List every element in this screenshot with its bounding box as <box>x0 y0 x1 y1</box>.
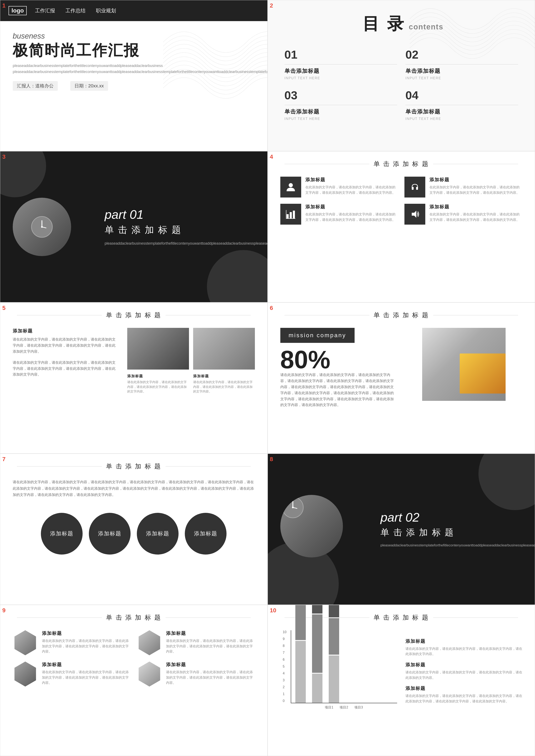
contents-item-1: 01 单击添加标题 INPUT TEXT HERE <box>285 48 397 80</box>
img-placeholder-8 <box>280 495 343 557</box>
hex-1 <box>13 630 38 655</box>
slide10-title[interactable]: 单 击 添 加 标 题 <box>374 613 429 622</box>
caption-text-2: 请在此添加的文字内容，请在此添加的文字内容，请在此添加的文字内容，请在此添加的文… <box>193 380 255 394</box>
slide-num-9: 9 <box>2 607 6 614</box>
circle-2[interactable]: 添加标题 <box>89 513 130 554</box>
slide9-title[interactable]: 单 击 添 加 标 题 <box>106 613 161 622</box>
bar-group-2 <box>312 605 323 703</box>
svg-point-14 <box>292 507 294 508</box>
slide-num-4: 4 <box>270 154 273 160</box>
item-num-1: 01 <box>285 48 397 61</box>
text-item-2: 添加标题 请在此添加的文字内容，请在此添加的文字内容，请在此添加的文字内容，请在… <box>406 662 522 680</box>
person-icon-box <box>280 177 301 198</box>
circle-1[interactable]: 添加标题 <box>41 513 83 554</box>
caption-text-1: 请在此添加的文字内容，请在此添加的文字内容，请在此添加的文字内容，请在此添加的文… <box>127 380 189 394</box>
circle-topleft <box>0 151 46 197</box>
x-axis-labels: 项目1 项目2 项目3 <box>291 703 397 712</box>
slide8-subtitle[interactable]: 单 击 添 加 标 题 <box>380 527 522 538</box>
nav-item-2[interactable]: 工作总结 <box>66 7 86 14</box>
chart-icon-box <box>280 204 301 225</box>
nav: 工作汇报 工作总结 职业规划 <box>35 7 116 14</box>
slide10-right: 添加标题 请在此添加的文字内容，请在此添加的文字内容，请在此添加的文字内容，请在… <box>406 630 522 712</box>
person-icon <box>286 182 296 192</box>
s9-item-4: 添加标题 请在此添加的文字内容，请在此添加的文字内容，请在此添加的文字内容，请在… <box>137 661 255 686</box>
img-placeholder-2 <box>193 328 255 370</box>
circle-3[interactable]: 添加标题 <box>137 513 179 554</box>
slide-10: 10 单 击 添 加 标 题 10 9 8 7 6 5 <box>268 605 535 756</box>
icon-text-2: 添加标题 在此添加的文字内容，请在此添加的文字内容，请在此添加的文字内容，请在此… <box>430 177 522 195</box>
mission-box: mission company <box>280 328 354 343</box>
circle-4[interactable]: 添加标题 <box>185 513 227 554</box>
percent-display: 80% <box>280 347 397 372</box>
svg-rect-7 <box>293 210 295 218</box>
s9-text-4: 添加标题 请在此添加的文字内容，请在此添加的文字内容，请在此添加的文字内容，请在… <box>166 661 255 686</box>
main-title: 极简时尚工作汇报 <box>13 42 255 59</box>
part-label: part 01 <box>105 207 251 221</box>
slide-8: 8 part 02 单 击 添 加 标 题 pleaseaddaclearbus… <box>268 454 535 605</box>
chart-area: 10 9 8 7 6 5 4 3 2 1 0 <box>280 630 397 712</box>
svg-rect-6 <box>290 212 292 218</box>
volume-icon-box <box>405 204 425 225</box>
clock-icon <box>29 214 54 239</box>
slide4-title[interactable]: 单 击 添 加 标 题 <box>374 160 429 168</box>
contents-item-4: 04 单击添加标题 INPUT TEXT HERE <box>406 88 518 121</box>
text-item-1: 添加标题 请在此添加的文字内容，请在此添加的文字内容，请在此添加的文字内容，请在… <box>406 638 522 657</box>
s9-item-1: 添加标题 请在此添加的文字内容，请在此添加的文字内容，请在此添加的文字内容，请在… <box>13 630 130 655</box>
slide-6: 6 单 击 添 加 标 题 mission company 80% 请在此添加的… <box>268 302 535 454</box>
s9-text-3: 添加标题 请在此添加的文字内容，请在此添加的文字内容，请在此添加的文字内容，请在… <box>42 661 130 686</box>
slide-4: 4 单 击 添 加 标 题 添加标题 在此添加的文字内容，请在此添加的文字内容，… <box>268 151 535 302</box>
slide-num-1: 1 <box>2 2 6 9</box>
nav-item-1[interactable]: 工作汇报 <box>35 7 55 14</box>
svg-marker-10 <box>412 210 416 218</box>
slide3-desc: pleaseaddaclearbusinesstemplateforthefit… <box>105 240 251 246</box>
slide6-title[interactable]: 单 击 添 加 标 题 <box>374 311 429 320</box>
item-label-4[interactable]: 单击添加标题 <box>406 108 518 115</box>
caption-block-2: 添加标题 请在此添加的文字内容，请在此添加的文字内容，请在此添加的文字内容，请在… <box>193 374 255 394</box>
slide5-left: 添加标题 请在此添加的文字内容，请在此添加的文字内容，请在此添加的文字内容，请在… <box>13 328 119 394</box>
eng-title: buseness <box>13 32 255 41</box>
icon-text-3: 添加标题 在此添加的文字内容，请在此添加的文字内容，请在此添加的文字内容，请在此… <box>305 204 398 222</box>
s9-text-1: 添加标题 请在此添加的文字内容，请在此添加的文字内容，请在此添加的文字内容，请在… <box>42 630 130 654</box>
item-label-2[interactable]: 单击添加标题 <box>406 67 518 75</box>
circle-bottomright <box>207 250 268 302</box>
slide3-image <box>13 198 71 256</box>
slide9-header: 单 击 添 加 标 题 <box>0 605 268 626</box>
bar-group-1 <box>296 605 306 703</box>
left-text2: 请在此添加的文字内容，请在此添加的文字内容，请在此添加的文字内容，请在此添加的文… <box>13 360 119 378</box>
nav-item-3[interactable]: 职业规划 <box>96 7 116 14</box>
slide-1: 1 logo 工作汇报 工作总结 职业规划 <box>0 0 268 151</box>
item-sub-2: INPUT TEXT HERE <box>406 76 518 80</box>
slide-num-6: 6 <box>270 305 273 311</box>
slide9-grid: 添加标题 请在此添加的文字内容，请在此添加的文字内容，请在此添加的文字内容，请在… <box>0 626 268 691</box>
item-label-1[interactable]: 单击添加标题 <box>285 67 397 75</box>
logo: logo <box>9 6 27 15</box>
slide10-body: 10 9 8 7 6 5 4 3 2 1 0 <box>268 626 535 716</box>
slide10-header: 单 击 添 加 标 题 <box>268 605 535 626</box>
slide5-title[interactable]: 单 击 添 加 标 题 <box>106 311 161 320</box>
slide7-title[interactable]: 单 击 添 加 标 题 <box>106 462 161 471</box>
slide-3: 3 part 01 单 击 添 加 标 题 pleaseaddaclearbus… <box>0 151 268 302</box>
slide8-content: part 02 单 击 添 加 标 题 pleaseaddaclearbusin… <box>380 510 522 548</box>
hex-4 <box>137 661 162 686</box>
slide-9: 9 单 击 添 加 标 题 添加标题 请在此添加的文字内容，请在此添加的文字内容… <box>0 605 268 756</box>
bar-chart: 10 9 8 7 6 5 4 3 2 1 0 <box>291 630 397 703</box>
slide-num-5: 5 <box>2 305 6 311</box>
clock-icon-8 <box>280 495 305 520</box>
circle-topright-8 <box>478 454 535 510</box>
part-label-8: part 02 <box>380 510 522 524</box>
slide3-subtitle[interactable]: 单 击 添 加 标 题 <box>105 224 251 236</box>
icon-item-4: 添加标题 在此添加的文字内容，请在此添加的文字内容，请在此添加的文字内容，请在此… <box>405 204 522 225</box>
chart-icon <box>286 209 296 219</box>
icon-text-4: 添加标题 在此添加的文字内容，请在此添加的文字内容，请在此添加的文字内容，请在此… <box>430 204 522 222</box>
slide6-left: mission company 80% 请在此添加的文字内容，请在此添加的文字内… <box>280 328 397 408</box>
item-label-3[interactable]: 单击添加标题 <box>285 108 397 115</box>
slide-num-8: 8 <box>270 456 273 462</box>
svg-rect-5 <box>287 214 289 218</box>
icon-item-3: 添加标题 在此添加的文字内容，请在此添加的文字内容，请在此添加的文字内容，请在此… <box>280 204 398 225</box>
s9-item-2: 添加标题 请在此添加的文字内容，请在此添加的文字内容，请在此添加的文字内容，请在… <box>137 630 255 655</box>
y-axis-labels: 10 9 8 7 6 5 4 3 2 1 0 <box>283 630 287 703</box>
hex-3 <box>13 661 38 686</box>
slide-5: 5 单 击 添 加 标 题 添加标题 请在此添加的文字内容，请在此添加的文字内容… <box>0 302 268 454</box>
icons-grid: 添加标题 在此添加的文字内容，请在此添加的文字内容，请在此添加的文字内容，请在此… <box>268 173 535 229</box>
date: 日期：20xx.xx <box>70 81 108 91</box>
